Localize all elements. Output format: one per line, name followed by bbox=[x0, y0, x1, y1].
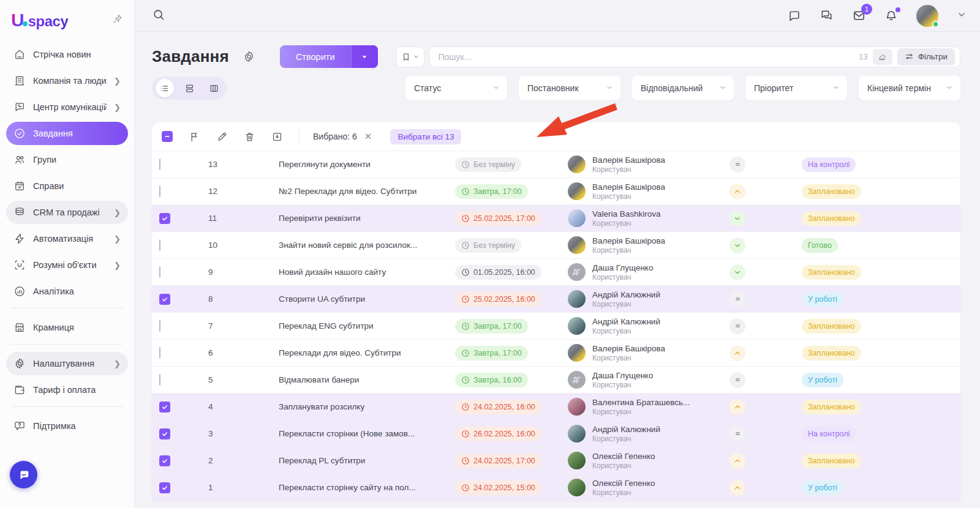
row-checkbox[interactable] bbox=[159, 185, 160, 197]
sidebar-item-building[interactable]: Компанія та люди❯ bbox=[6, 69, 128, 92]
task-title[interactable]: Новий дизайн нашого сайту bbox=[279, 267, 455, 277]
row-checkbox[interactable] bbox=[159, 213, 170, 224]
task-title[interactable]: Перекласти сторінки (Нове замов... bbox=[279, 429, 455, 438]
priority-equal-icon[interactable] bbox=[729, 372, 745, 388]
task-title[interactable]: Відмалювати банери bbox=[279, 375, 455, 384]
row-checkbox[interactable] bbox=[159, 482, 170, 493]
status-badge[interactable]: Заплановано bbox=[802, 454, 861, 468]
flag-icon[interactable] bbox=[189, 131, 200, 143]
row-checkbox[interactable] bbox=[159, 455, 170, 466]
task-row-7[interactable]: 7Переклад ENG субтитриЗавтра, 17:00Андрі… bbox=[152, 313, 960, 340]
sidebar-item-crm[interactable]: CRM та продажі❯ bbox=[6, 201, 128, 224]
priority-up-icon[interactable] bbox=[729, 480, 745, 496]
priority-up-icon[interactable] bbox=[729, 184, 745, 200]
task-title[interactable]: Перевірити реквізити bbox=[279, 214, 455, 223]
row-checkbox[interactable] bbox=[159, 294, 170, 305]
profile-chevron-down-icon[interactable] bbox=[957, 10, 967, 22]
delete-icon[interactable] bbox=[244, 131, 255, 143]
task-row-8[interactable]: 8Створити UA субтитри25.02.2025, 16:00Ан… bbox=[152, 286, 960, 313]
task-row-13[interactable]: 13Переглянути документиБез термінуВалері… bbox=[152, 151, 960, 178]
priority-equal-icon[interactable] bbox=[729, 157, 745, 173]
group-chat-icon[interactable] bbox=[820, 9, 834, 23]
sidebar-item-wallet[interactable]: Тариф і оплата bbox=[6, 378, 128, 402]
task-row-1[interactable]: 1Перекласти сторінку сайту на пол...24.0… bbox=[152, 474, 960, 501]
saved-filters-bookmark-button[interactable] bbox=[396, 47, 424, 67]
task-title[interactable]: Переглянути документи bbox=[279, 160, 455, 169]
view-switch-list-view[interactable] bbox=[156, 79, 174, 97]
filter-select-1[interactable]: Статус bbox=[405, 76, 507, 100]
status-badge[interactable]: У роботі bbox=[802, 373, 843, 387]
status-badge[interactable]: Заплановано bbox=[802, 211, 861, 226]
row-checkbox[interactable] bbox=[159, 320, 160, 332]
filter-select-4[interactable]: Пріоритет bbox=[745, 76, 847, 100]
status-badge[interactable]: У роботі bbox=[802, 480, 843, 495]
priority-down-icon[interactable] bbox=[729, 237, 745, 253]
pin-sidebar-icon[interactable] bbox=[112, 13, 123, 27]
priority-equal-icon[interactable] bbox=[729, 291, 745, 307]
sidebar-item-support[interactable]: Підтримка bbox=[6, 414, 128, 438]
global-search-icon[interactable] bbox=[152, 8, 165, 24]
filter-select-2[interactable]: Постановник bbox=[519, 76, 620, 100]
row-checkbox[interactable] bbox=[159, 159, 160, 170]
priority-up-icon[interactable] bbox=[729, 399, 745, 415]
task-row-10[interactable]: 10Знайти новий сервіс для розсилок...Без… bbox=[152, 232, 960, 259]
status-badge[interactable]: На контролі bbox=[802, 427, 856, 441]
filter-select-3[interactable]: Відповідальний bbox=[632, 76, 734, 100]
sidebar-item-calendar[interactable]: Справи bbox=[6, 174, 128, 198]
task-row-9[interactable]: 9Новий дизайн нашого сайту01.05.2025, 16… bbox=[152, 259, 960, 286]
row-checkbox[interactable] bbox=[159, 347, 160, 359]
task-row-11[interactable]: 11Перевірити реквізити25.02.2025, 17:00V… bbox=[152, 205, 960, 232]
priority-up-icon[interactable] bbox=[729, 453, 745, 469]
status-badge[interactable]: Заплановано bbox=[802, 184, 861, 199]
status-badge[interactable]: Заплановано bbox=[802, 400, 861, 414]
sidebar-item-home[interactable]: Стрічка новин bbox=[6, 43, 128, 66]
user-avatar[interactable] bbox=[916, 5, 938, 27]
row-checkbox[interactable] bbox=[159, 428, 170, 439]
row-checkbox[interactable] bbox=[159, 266, 160, 278]
sidebar-item-gear[interactable]: Налаштування❯ bbox=[6, 352, 128, 375]
status-badge[interactable]: Заплановано bbox=[802, 346, 861, 360]
filters-button[interactable]: Фільтри bbox=[897, 48, 955, 65]
status-badge[interactable]: Заплановано bbox=[802, 265, 861, 280]
sidebar-item-groups[interactable]: Групи bbox=[6, 148, 128, 171]
task-title[interactable]: Переклад ENG субтитри bbox=[279, 321, 455, 331]
support-chat-widget[interactable] bbox=[10, 461, 37, 488]
sidebar-item-shop[interactable]: Крамниця bbox=[6, 316, 128, 339]
page-settings-gear-icon[interactable] bbox=[243, 50, 255, 63]
status-badge[interactable]: Готово bbox=[802, 238, 838, 253]
task-title[interactable]: Запланувати розсилку bbox=[279, 402, 455, 411]
status-badge[interactable]: У роботі bbox=[802, 292, 843, 307]
create-task-button[interactable]: Створити bbox=[280, 45, 378, 68]
sidebar-item-bolt[interactable]: Автоматизація❯ bbox=[6, 227, 128, 250]
priority-down-icon[interactable] bbox=[729, 211, 745, 226]
priority-equal-icon[interactable] bbox=[729, 318, 745, 334]
task-row-2[interactable]: 2Переклад PL субтитри24.02.2025, 17:00Ол… bbox=[152, 447, 960, 474]
task-title[interactable]: №2 Переклади для відео. Субтитри bbox=[279, 187, 455, 196]
clear-search-eraser-icon[interactable] bbox=[873, 49, 892, 65]
uspacy-logo[interactable]: Uspacy bbox=[11, 10, 68, 31]
sidebar-item-comm[interactable]: Центр комунікацій❯ bbox=[6, 95, 128, 119]
clear-selection-icon[interactable]: ✕ bbox=[364, 131, 372, 142]
row-checkbox[interactable] bbox=[159, 239, 160, 251]
select-all-link[interactable]: Вибрати всі 13 bbox=[390, 129, 461, 144]
task-title[interactable]: Переклад PL субтитри bbox=[279, 456, 455, 465]
select-all-checkbox[interactable] bbox=[162, 131, 173, 142]
archive-icon[interactable] bbox=[271, 131, 283, 143]
edit-icon[interactable] bbox=[216, 131, 228, 143]
view-switch-columns-view[interactable] bbox=[205, 79, 223, 97]
task-title[interactable]: Створити UA субтитри bbox=[279, 294, 455, 304]
task-title[interactable]: Переклади для відео. Субтитри bbox=[279, 348, 455, 357]
task-row-12[interactable]: 12№2 Переклади для відео. СубтитриЗавтра… bbox=[152, 178, 960, 205]
filter-select-5[interactable]: Кінцевий термін bbox=[859, 76, 960, 100]
task-row-6[interactable]: 6Переклади для відео. СубтитриЗавтра, 17… bbox=[152, 340, 960, 367]
bell-icon[interactable] bbox=[884, 9, 898, 23]
create-dropdown-caret[interactable] bbox=[351, 45, 378, 68]
sidebar-item-analytics[interactable]: Аналітика bbox=[6, 280, 128, 303]
task-search-input[interactable] bbox=[439, 52, 859, 62]
chat-icon[interactable] bbox=[788, 9, 801, 23]
status-badge[interactable]: На контролі bbox=[802, 157, 856, 172]
priority-down-icon[interactable] bbox=[729, 264, 745, 280]
row-checkbox[interactable] bbox=[159, 374, 160, 386]
task-title[interactable]: Знайти новий сервіс для розсилок... bbox=[279, 241, 455, 250]
task-row-4[interactable]: 4Запланувати розсилку24.02.2025, 16:00Ва… bbox=[152, 394, 960, 420]
